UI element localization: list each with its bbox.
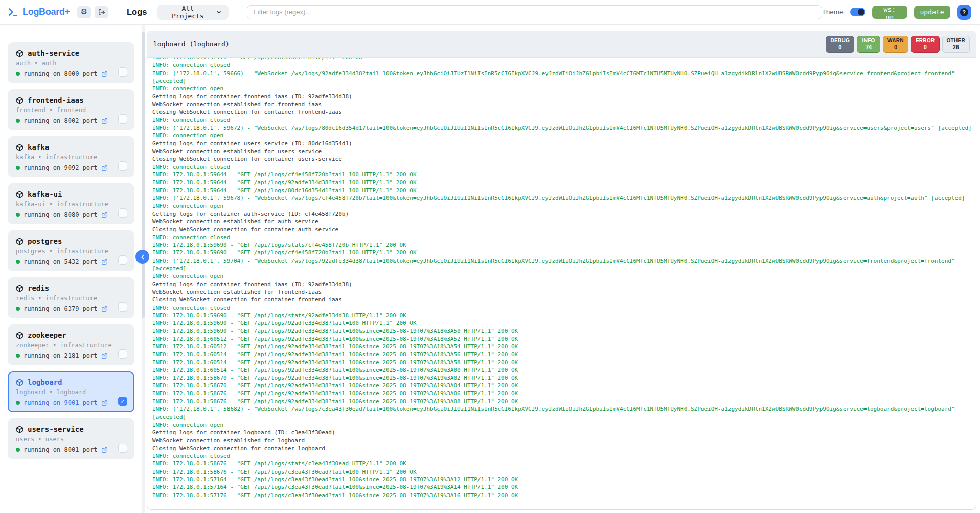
service-status: running on 8000 port [24,70,98,77]
service-card-zookeeper[interactable]: zookeeperzookeeper • infrastructurerunni… [8,324,134,365]
badge-info[interactable]: INFO74 [857,36,880,53]
service-subtitle: redis • infrastructure [16,295,126,302]
log-line: INFO: ('172.18.0.1', 59704) - "WebSocket… [152,257,976,265]
service-checkbox[interactable] [118,208,127,218]
badge-error[interactable]: ERROR0 [911,36,940,53]
log-line: INFO: connection closed [152,234,976,241]
service-card-frontend-iaas[interactable]: frontend-iaasfrontend • frontendrunning … [8,89,134,130]
external-link-icon[interactable] [101,353,108,359]
service-name: redis [28,284,49,292]
log-line: Getting logs for container auth-service … [152,210,976,218]
service-status: running on 2181 port [24,352,98,359]
service-card-postgres[interactable]: postgrespostgres • infrastructurerunning… [8,230,134,271]
settings-button[interactable]: ⚙ [77,6,91,18]
service-card-redis[interactable]: redisredis • infrastructurerunning on 63… [8,277,134,318]
package-icon [16,379,24,386]
service-checkbox[interactable] [118,302,127,312]
project-filter-label: All Projects [164,5,211,20]
theme-toggle-knob [858,9,864,15]
service-checkbox[interactable] [118,444,127,453]
log-filter-input[interactable] [247,5,822,19]
external-link-icon[interactable] [101,306,108,312]
external-link-icon[interactable] [101,165,108,171]
websocket-status-button[interactable]: ws: on [872,6,907,19]
logout-button[interactable] [95,6,108,18]
package-icon [16,285,24,292]
log-line: INFO: 172.18.0.1:59644 - "GET /api/logs/… [152,171,976,178]
log-line: Getting logs for container frontend-iaas… [152,281,976,288]
service-card-users-service[interactable]: users-serviceusers • usersrunning on 800… [8,418,134,459]
service-status: running on 8002 port [24,117,98,124]
service-checkbox[interactable] [118,114,127,124]
external-link-icon[interactable] [101,118,108,124]
log-line: WebSocket connection established for fro… [152,101,976,108]
external-link-icon[interactable] [101,259,108,265]
update-button[interactable]: update [914,6,950,19]
log-line: Getting logs for container logboard (ID:… [152,429,976,436]
log-line: INFO: 172.18.0.1:58676 - "GET /api/logs/… [152,460,976,468]
sidebar-collapse-button[interactable] [135,250,149,264]
theme-toggle[interactable] [850,8,865,16]
external-link-icon[interactable] [101,447,108,453]
service-card-logboard[interactable]: logboardlogboard • logboardrunning on 90… [8,371,134,412]
external-link-icon[interactable] [101,400,108,406]
log-line: Getting logs for container users-service… [152,139,976,147]
service-checkbox[interactable] [118,349,127,359]
service-name: logboard [28,378,62,386]
project-filter-dropdown[interactable]: All Projects [157,5,229,20]
package-icon [16,97,24,104]
log-line: INFO: 172.18.0.1:57176 - "GET /api/logs/… [152,492,976,499]
log-line: INFO: 172.18.0.1:58676 - "GET /api/logs/… [152,398,976,405]
log-scroll: INFO: 172.18.0.1:57176 - "GET /api/conta… [152,58,976,499]
service-subtitle: logboard • logboard [16,389,126,396]
badge-other[interactable]: OTHER26 [942,36,970,53]
service-checkbox[interactable] [118,255,127,265]
service-name: postgres [28,237,62,245]
service-card-kafka[interactable]: kafkakafka • infrastructurerunning on 90… [8,136,134,177]
service-checkbox[interactable]: ✓ [118,397,127,406]
brand-actions: ⚙ [77,6,108,18]
service-card-auth-service[interactable]: auth-serviceauth • authrunning on 8000 p… [8,42,134,83]
log-line: INFO: connection closed [152,304,976,312]
topbar: LogBoard+ ⚙ Logs All Projects Theme ws: … [0,0,980,25]
status-dot [16,307,20,311]
status-dot [16,354,20,358]
status-dot [16,448,20,452]
log-area[interactable]: INFO: 172.18.0.1:57176 - "GET /api/conta… [147,58,976,509]
badge-count: 0 [916,44,935,50]
badge-count: 74 [861,44,876,50]
log-line: INFO: connection open [152,202,976,210]
service-status: running on 8001 port [24,446,98,453]
log-line: INFO: connection closed [152,163,976,171]
badge-count: 0 [830,44,850,50]
badge-warn[interactable]: WARN0 [883,36,908,53]
external-link-icon[interactable] [101,71,108,77]
log-line: WebSocket connection established for use… [152,148,976,155]
help-button[interactable]: ? [957,5,971,20]
service-checkbox[interactable] [118,67,127,77]
service-name: kafka [28,143,49,151]
package-icon [16,144,24,151]
log-line: INFO: connection open [152,132,976,139]
service-checkbox[interactable] [118,161,127,171]
status-dot [16,119,20,123]
log-line: INFO: 172.18.0.1:59690 - "GET /api/logs/… [152,241,976,249]
log-line: INFO: 172.18.0.1:57176 - "GET /api/conta… [152,58,976,61]
sidebar: auth-serviceauth • authrunning on 8000 p… [0,25,145,513]
log-line: INFO: 172.18.0.1:60514 - "GET /api/logs/… [152,351,976,358]
service-card-kafka-ui[interactable]: kafka-uikafka-ui • infrastructurerunning… [8,183,134,224]
badge-label: DEBUG [830,38,850,43]
log-line: INFO: ('172.18.0.1', 59672) - "WebSocket… [152,124,976,132]
log-line: Closing WebSocket connection for contain… [152,226,976,234]
service-name: auth-service [28,49,79,57]
theme-label: Theme [822,8,844,16]
gear-icon: ⚙ [81,8,87,16]
status-dot [16,166,20,170]
log-line: INFO: 172.18.0.1:58676 - "GET /api/logs/… [152,390,976,398]
badge-label: INFO [861,38,876,43]
sidebar-scrollbar[interactable] [142,32,145,318]
log-line: INFO: 172.18.0.1:60512 - "GET /api/logs/… [152,343,976,351]
badge-debug[interactable]: DEBUG0 [826,36,854,53]
log-line: WebSocket connection established for fro… [152,288,976,296]
external-link-icon[interactable] [101,212,108,218]
